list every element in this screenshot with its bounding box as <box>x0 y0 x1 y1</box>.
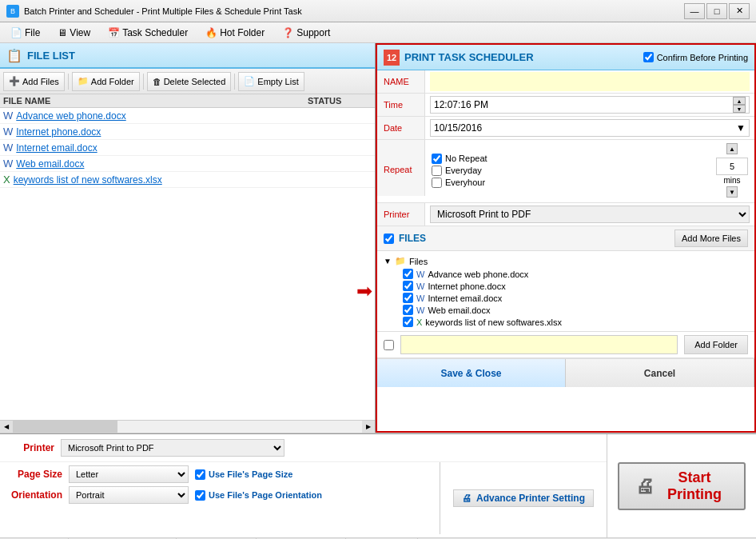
printer-select[interactable]: Microsoft Print to PDF <box>430 206 750 223</box>
scroll-left-arrow[interactable]: ◀ <box>0 421 13 433</box>
word-icon: W <box>3 158 13 170</box>
files-checkbox[interactable] <box>384 234 394 244</box>
repeat-up-spinner[interactable]: ▲ <box>726 143 738 154</box>
tree-file-item[interactable]: W Internet phone.docx <box>403 280 748 292</box>
repeat-down-spinner[interactable]: ▼ <box>726 186 738 198</box>
everyday-checkbox[interactable] <box>432 166 442 176</box>
start-printing-label: Start Printing <box>661 469 728 503</box>
tree-file-item[interactable]: W Internet email.docx <box>403 292 748 304</box>
file-list-header: 📋 FILE LIST <box>0 43 375 69</box>
toolbar-separator-2 <box>143 74 144 90</box>
word-icon: W <box>3 142 13 154</box>
tree-folder-icon: 📁 <box>395 256 406 266</box>
word-icon: W <box>3 110 13 122</box>
delete-selected-button[interactable]: 🗑 Delete Selected <box>147 72 232 91</box>
toolbar-separator <box>68 74 69 90</box>
time-label: Time <box>377 94 425 116</box>
add-folder-button[interactable]: 📁 Add Folder <box>72 72 140 91</box>
list-item[interactable]: W Advance web phone.docx <box>0 108 375 124</box>
orientation-select[interactable]: Portrait <box>69 486 189 504</box>
list-item[interactable]: X keywords list of new softwares.xlsx <box>0 172 375 188</box>
folder-path-input[interactable] <box>400 335 678 354</box>
horizontal-scrollbar[interactable]: ◀ ▶ <box>0 420 375 433</box>
list-item[interactable]: W Internet email.docx <box>0 140 375 156</box>
confirm-checkbox[interactable] <box>643 52 654 62</box>
scheduler-title: PRINT TASK SCHEDULER <box>404 51 534 63</box>
repeat-options-with-spinners: No Repeat Everyday Everyhour <box>432 143 748 198</box>
scroll-right-arrow[interactable]: ▶ <box>362 421 375 433</box>
date-value-area: 10/15/2016 ▼ <box>425 118 754 138</box>
repeat-options: No Repeat Everyday Everyhour <box>432 154 487 188</box>
repeat-section: No Repeat Everyday Everyhour <box>425 140 754 202</box>
app-title: Batch Printer and Scheduler - Print Mult… <box>24 6 302 16</box>
time-value-area: 12:07:16 PM ▲ ▼ <box>425 94 754 115</box>
delete-icon: 🗑 <box>153 77 161 86</box>
tree-file-checkbox[interactable] <box>403 317 413 327</box>
menu-file[interactable]: 📄 File <box>3 25 47 41</box>
tree-file-item[interactable]: X keywords list of new softwares.xlsx <box>403 316 748 328</box>
menu-view[interactable]: 🖥 View <box>50 25 97 41</box>
tree-file-checkbox[interactable] <box>403 269 413 279</box>
time-row: Time 12:07:16 PM ▲ ▼ <box>377 94 754 117</box>
bottom-settings-area: Page Size Letter Use File's Page Size Or… <box>0 462 607 534</box>
use-file-page-size-checkbox[interactable] <box>195 469 205 480</box>
bottom-left: Printer Microsoft Print to PDF Page Size… <box>0 434 607 537</box>
tree-file-checkbox[interactable] <box>403 305 413 315</box>
menu-support[interactable]: ❓ Support <box>275 25 337 41</box>
date-row: Date 10/15/2016 ▼ <box>377 117 754 140</box>
add-folder-button-scheduler[interactable]: Add Folder <box>684 335 748 354</box>
date-display: 10/15/2016 <box>434 122 736 134</box>
view-icon: 🖥 <box>58 27 67 38</box>
list-item[interactable]: W Web email.docx <box>0 156 375 172</box>
menu-task-scheduler[interactable]: 📅 Task Scheduler <box>101 25 195 41</box>
advance-printer-button[interactable]: 🖨 Advance Printer Setting <box>453 489 594 507</box>
name-input[interactable] <box>430 72 750 91</box>
add-more-files-button[interactable]: Add More Files <box>674 230 748 247</box>
time-spinners: ▲ ▼ <box>733 97 746 113</box>
date-picker-button[interactable]: ▼ <box>736 122 746 134</box>
tree-file-item[interactable]: W Web email.docx <box>403 304 748 316</box>
orientation-row: Orientation Portrait Use File's Page Ori… <box>6 486 433 504</box>
minimize-button[interactable]: — <box>684 3 705 19</box>
bottom-right: 🖨 Start Printing <box>607 434 756 537</box>
mins-input[interactable] <box>716 158 748 175</box>
page-size-select[interactable]: Letter <box>69 465 189 483</box>
action-buttons: Save & Close Cancel <box>377 358 754 387</box>
add-folder-checkbox[interactable] <box>384 340 394 350</box>
time-display: 12:07:16 PM <box>434 99 733 110</box>
calendar-icon: 📅 <box>108 27 120 38</box>
repeat-label: Repeat <box>377 140 425 196</box>
tree-expand-icon[interactable]: ▼ <box>384 257 392 266</box>
name-row: NAME <box>377 70 754 94</box>
folder-icon: 📁 <box>78 76 89 86</box>
time-down-spinner[interactable]: ▼ <box>733 105 746 113</box>
use-file-orientation-checkbox[interactable] <box>195 490 205 501</box>
everyhour-checkbox[interactable] <box>432 178 442 188</box>
file-list-columns: FILE NAME STATUS <box>0 94 375 108</box>
scroll-track[interactable] <box>13 421 362 433</box>
empty-list-button[interactable]: 📄 Empty List <box>238 72 304 91</box>
file-list-panel: 📋 FILE LIST ➕ Add Files 📁 Add Folder 🗑 D… <box>0 43 376 433</box>
save-close-button[interactable]: Save & Close <box>377 359 566 387</box>
file-list-items: W Advance web phone.docx W Internet phon… <box>0 108 375 420</box>
word-file-icon: W <box>416 270 424 279</box>
tree-root-label: Files <box>409 257 428 266</box>
scroll-thumb[interactable] <box>13 421 117 433</box>
maximize-button[interactable]: □ <box>706 3 727 19</box>
cancel-button[interactable]: Cancel <box>566 359 754 387</box>
add-files-button[interactable]: ➕ Add Files <box>3 72 65 91</box>
menu-hot-folder[interactable]: 🔥 Hot Folder <box>198 25 272 41</box>
close-button[interactable]: ✕ <box>729 3 750 19</box>
file-icon: 📄 <box>10 27 22 38</box>
tree-file-checkbox[interactable] <box>403 281 413 291</box>
time-up-spinner[interactable]: ▲ <box>733 97 746 105</box>
list-item[interactable]: W Internet phone.docx <box>0 124 375 140</box>
tree-file-checkbox[interactable] <box>403 293 413 303</box>
start-printing-button[interactable]: 🖨 Start Printing <box>618 462 746 510</box>
printer-label: Printer <box>377 203 425 226</box>
printer-row: Printer Microsoft Print to PDF <box>377 203 754 226</box>
tree-file-item[interactable]: W Advance web phone.docx <box>403 268 748 280</box>
word-file-icon: W <box>416 293 424 303</box>
no-repeat-checkbox[interactable] <box>432 154 442 164</box>
bottom-printer-select[interactable]: Microsoft Print to PDF <box>61 439 284 457</box>
